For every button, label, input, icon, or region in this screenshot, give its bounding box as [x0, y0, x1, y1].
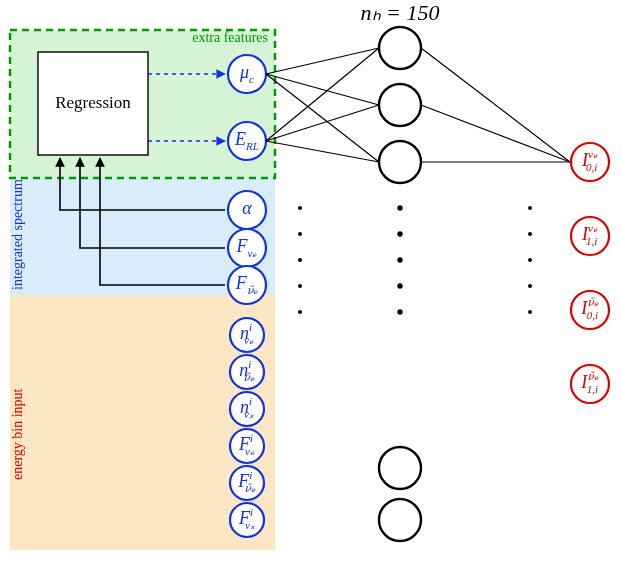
conn-line [266, 48, 379, 141]
node-alpha: α [228, 191, 266, 229]
conn-line [266, 105, 379, 141]
hidden-node-end2 [379, 499, 421, 541]
extra-features-label: extra features [192, 30, 268, 45]
svg-text:Iν̄ₑ1,i: Iν̄ₑ1,i [580, 370, 599, 395]
ellipsis-dot [298, 258, 302, 262]
hidden-node-end1 [379, 447, 421, 489]
node-I1-nuebar: Iν̄ₑ1,i [571, 365, 609, 403]
node-E-RL: ERL [228, 122, 266, 160]
hidden-dot [397, 283, 402, 288]
node-n-nuebar-i: niν̄ₑ [230, 355, 264, 389]
svg-text:Iν̄ₑ0,i: Iν̄ₑ0,i [580, 296, 599, 321]
hidden-dot [397, 231, 402, 236]
node-F-nue: Fνₑ [228, 229, 266, 267]
node-F-nue-i: Fiνₑ [230, 429, 264, 463]
node-F-nuebar: Fν̄ₑ [228, 266, 266, 304]
ellipsis-dot [528, 232, 532, 236]
ellipsis-dot [528, 206, 532, 210]
conn-line [421, 48, 570, 162]
node-n-nue-i: niνₑ [230, 318, 264, 352]
svg-text:α: α [242, 198, 252, 218]
node-n-nux-i: niνₓ [230, 392, 264, 426]
conn-line [266, 141, 379, 162]
ellipsis-dot [528, 258, 532, 262]
ellipsis-dot [298, 284, 302, 288]
conn-line [266, 48, 379, 74]
hidden-layer-title: nₕ = 150 [361, 0, 440, 25]
node-I1-nue: Iνₑ1,i [571, 217, 609, 255]
svg-text:Fiνₑ: Fiνₑ [238, 432, 255, 457]
regression-box-label: Regression [55, 93, 131, 112]
node-I0-nue: Iνₑ0,i [571, 143, 609, 181]
nn-architecture-diagram: extra features integrated spectrum energ… [0, 0, 622, 562]
svg-text:niνₑ: niνₑ [240, 321, 254, 346]
hidden-dot [397, 309, 402, 314]
hidden-node-3 [379, 141, 421, 183]
ellipsis-dot [298, 206, 302, 210]
hidden-dot [397, 205, 402, 210]
node-I0-nuebar: Iν̄ₑ0,i [571, 291, 609, 329]
node-F-nux-i: Fiνₓ [230, 503, 264, 537]
hidden-node-2 [379, 84, 421, 126]
ellipsis-dot [298, 232, 302, 236]
svg-text:Iνₑ1,i: Iνₑ1,i [581, 222, 598, 247]
conn-line [266, 74, 379, 105]
integrated-spectrum-label: integrated spectrum [10, 179, 25, 290]
energy-bin-input-label: energy bin input [10, 388, 25, 480]
ellipsis-dot [298, 310, 302, 314]
conn-line [421, 105, 570, 162]
conn-line [266, 74, 379, 162]
svg-text:Iνₑ0,i: Iνₑ0,i [581, 148, 598, 173]
node-mu-c: μc [228, 55, 266, 93]
hidden-node-1 [379, 27, 421, 69]
hidden-dot [397, 257, 402, 262]
node-F-nuebar-i: Fiν̄ₑ [230, 466, 264, 500]
ellipsis-dot [528, 310, 532, 314]
ellipsis-dot [528, 284, 532, 288]
